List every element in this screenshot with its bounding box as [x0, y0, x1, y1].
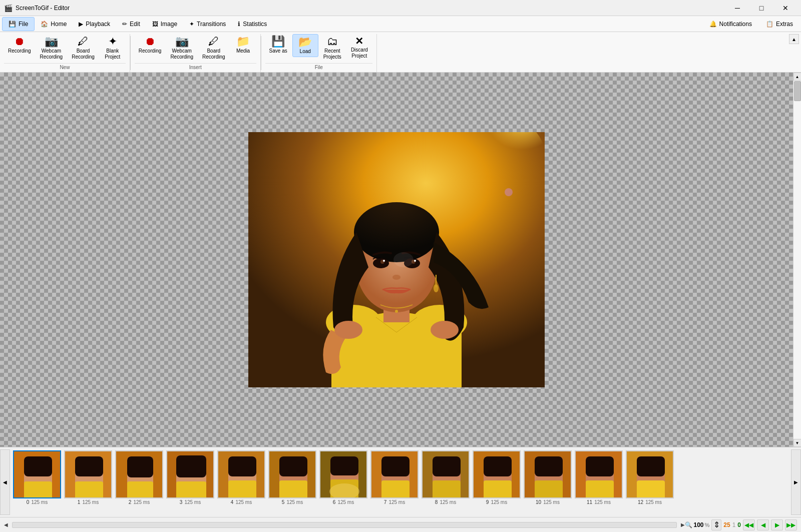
frame-9[interactable]: 9 125 ms: [472, 450, 522, 505]
title-bar: 🎬 ScreenToGif - Editor ─ □ ✕: [0, 0, 801, 16]
frame-10[interactable]: 10 125 ms: [523, 450, 573, 505]
frame-1[interactable]: 1 125 ms: [63, 450, 113, 505]
filmstrip-scroll-right[interactable]: ▶: [791, 449, 801, 515]
nav-prev-prev-button[interactable]: ◀◀: [743, 519, 755, 530]
insert-board-icon: 🖊: [208, 36, 219, 47]
recording-icon: ⏺: [14, 36, 25, 47]
menu-statistics[interactable]: ℹ Statistics: [232, 17, 273, 31]
svg-rect-66: [535, 456, 563, 476]
menu-notifications[interactable]: 🔔 Notifications: [703, 17, 758, 31]
close-button[interactable]: ✕: [774, 0, 797, 16]
app-title: ScreenToGif - Editor: [16, 5, 70, 12]
frame-12-dur: 125 ms: [645, 499, 662, 505]
minimize-button[interactable]: ─: [726, 0, 749, 16]
insert-recording-button[interactable]: ⏺ Recording: [135, 34, 166, 56]
recent-icon: 🗂: [327, 36, 338, 47]
frame-6-num: 6: [333, 499, 336, 505]
frame-5[interactable]: 5 125 ms: [267, 450, 317, 505]
frame-7-info: 7 125 ms: [384, 499, 405, 505]
menu-playback[interactable]: ▶ Playback: [73, 17, 116, 31]
menu-image[interactable]: 🖼 Image: [146, 17, 183, 31]
nav-next-button[interactable]: ▶: [771, 519, 783, 530]
frame-0[interactable]: 0 125 ms: [12, 450, 62, 505]
frame-2[interactable]: 2 125 ms: [114, 450, 164, 505]
frame-6[interactable]: 6 125 ms: [318, 450, 368, 505]
scroll-up-button[interactable]: ▲: [793, 73, 802, 81]
frame-9-dur: 125 ms: [491, 499, 507, 505]
svg-rect-33: [127, 456, 153, 477]
scroll-thumb[interactable]: [794, 81, 801, 101]
status-scroll-left[interactable]: ◀: [4, 522, 8, 527]
menu-home-label: Home: [51, 21, 67, 28]
maximize-button[interactable]: □: [750, 0, 773, 16]
ribbon-insert-label: Insert: [135, 63, 256, 72]
frame-2-num: 2: [129, 499, 132, 505]
zoom-stepper[interactable]: ⇕: [711, 519, 721, 530]
save-as-button[interactable]: 💾 Save as: [265, 34, 291, 56]
canvas-svg: [248, 132, 545, 387]
frame-1-dur: 125 ms: [82, 499, 99, 505]
filmstrip: ◀ 0 125 ms 1 125 ms 2: [0, 447, 801, 517]
status-right: 🔍 100 % ⇕ 25 1 0 ◀◀ ◀ ▶ ▶▶: [685, 519, 797, 530]
playback-icon: ▶: [79, 21, 83, 28]
frame-6-info: 6 125 ms: [333, 499, 354, 505]
frame-3[interactable]: 3 125 ms: [165, 450, 215, 505]
board-label: BoardRecording: [72, 48, 95, 60]
frame-4-info: 4 125 ms: [231, 499, 252, 505]
ribbon-collapse-button[interactable]: ▲: [789, 34, 799, 44]
menu-extras[interactable]: 📋 Extras: [760, 17, 799, 31]
insert-recording-label: Recording: [139, 48, 162, 54]
load-button[interactable]: 📂 Load: [292, 34, 318, 57]
menu-file[interactable]: 💾 File: [2, 17, 35, 31]
nav-next-next-button[interactable]: ▶▶: [785, 519, 797, 530]
insert-media-button[interactable]: 📁 Media: [230, 34, 256, 56]
save-as-label: Save as: [269, 48, 287, 54]
frame-4[interactable]: 4 125 ms: [216, 450, 266, 505]
ribbon-file-label: File: [265, 63, 372, 72]
frame-3-thumb: [166, 450, 214, 498]
insert-recording-icon: ⏺: [145, 36, 156, 47]
svg-rect-26: [24, 481, 52, 498]
blank-project-button[interactable]: ✦ BlankProject: [100, 34, 126, 62]
webcam-recording-button[interactable]: 📷 WebcamRecording: [36, 34, 67, 62]
statistics-icon: ℹ: [238, 21, 240, 28]
filmstrip-scroll-left[interactable]: ◀: [0, 449, 10, 515]
svg-rect-49: [330, 456, 358, 475]
recording-button[interactable]: ⏺ Recording: [4, 34, 35, 56]
insert-board-button[interactable]: 🖊 BoardRecording: [198, 34, 229, 62]
vertical-scrollbar[interactable]: ▲ ▼: [793, 73, 801, 447]
ribbon-group-insert: ⏺ Recording 📷 WebcamRecording 🖊 BoardRec…: [131, 34, 261, 72]
discard-project-button[interactable]: ✕ DiscardProject: [346, 34, 372, 61]
menu-home[interactable]: 🏠 Home: [35, 17, 73, 31]
frame-11[interactable]: 11 125 ms: [574, 450, 624, 505]
frame-11-thumb: [575, 450, 623, 498]
recent-projects-button[interactable]: 🗂 RecentProjects: [319, 34, 345, 62]
frame-7[interactable]: 7 125 ms: [369, 450, 420, 505]
svg-rect-58: [433, 456, 461, 476]
frame-7-num: 7: [384, 499, 387, 505]
extras-icon: 📋: [766, 21, 773, 28]
frame-12-thumb: [626, 450, 674, 498]
load-icon: 📂: [298, 37, 312, 48]
menu-edit[interactable]: ✏ Edit: [116, 17, 146, 31]
frame-8[interactable]: 8 125 ms: [421, 450, 471, 505]
scroll-down-button[interactable]: ▼: [793, 439, 802, 447]
status-scrollbar[interactable]: [12, 522, 677, 528]
frame-12[interactable]: 12 125 ms: [625, 450, 675, 505]
board-recording-button[interactable]: 🖊 BoardRecording: [68, 34, 99, 62]
svg-point-10: [373, 258, 389, 268]
insert-webcam-button[interactable]: 📷 WebcamRecording: [166, 34, 197, 62]
frame-1-info: 1 125 ms: [78, 499, 99, 505]
frame-0-num: 0: [27, 499, 30, 505]
menu-bar: 💾 File 🏠 Home ▶ Playback ✏ Edit 🖼 Image …: [0, 16, 801, 32]
menu-transitions[interactable]: ✦ Transitions: [183, 17, 232, 31]
svg-rect-74: [637, 456, 665, 476]
scroll-track[interactable]: [793, 81, 801, 439]
frame-9-thumb: [473, 450, 521, 498]
svg-rect-55: [381, 480, 410, 498]
nav-prev-button[interactable]: ◀: [757, 519, 769, 530]
recent-label: RecentProjects: [323, 48, 341, 60]
frame-4-thumb: [217, 450, 265, 498]
status-scroll-right[interactable]: ▶: [681, 522, 685, 527]
main-area: ▲ ▼: [0, 73, 801, 447]
